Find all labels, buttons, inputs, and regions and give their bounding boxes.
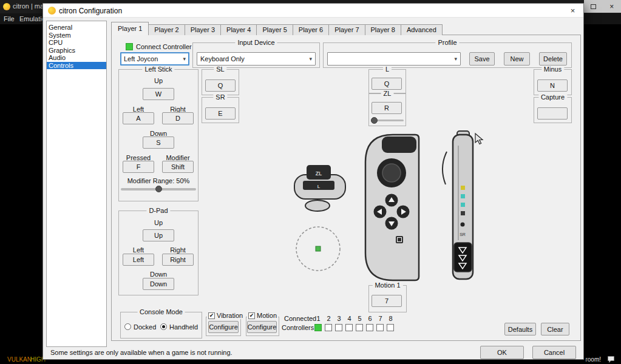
- left-stick-pressed-key[interactable]: F: [123, 161, 154, 173]
- left-stick-right-key[interactable]: D: [162, 112, 194, 124]
- chevron-down-icon: ▾: [452, 56, 457, 62]
- left-stick-left-key[interactable]: A: [123, 112, 154, 124]
- motion-checkbox-row: ✔ Motion: [247, 312, 278, 319]
- chevron-down-icon: ▾: [307, 56, 312, 62]
- sidebar-item-system[interactable]: System: [47, 32, 106, 39]
- new-button[interactable]: New: [504, 52, 530, 66]
- cancel-button[interactable]: Cancel: [532, 346, 576, 359]
- chat-icon[interactable]: [607, 356, 615, 364]
- mouse-cursor: [475, 133, 483, 144]
- zl-button-icon: ZL: [316, 170, 322, 177]
- motion1-key[interactable]: 7: [372, 295, 402, 307]
- modifier-range-label: Modifier Range: 50%: [118, 177, 199, 184]
- delete-button[interactable]: Delete: [539, 52, 567, 66]
- controller-6-checkbox[interactable]: [366, 324, 373, 331]
- clear-button[interactable]: Clear: [541, 323, 569, 335]
- tab-player-3[interactable]: Player 3: [185, 24, 221, 35]
- motion-checkbox[interactable]: ✔: [248, 312, 255, 319]
- docked-label: Docked: [134, 323, 156, 331]
- controller-4-checkbox[interactable]: [345, 324, 353, 331]
- tab-player-5[interactable]: Player 5: [256, 24, 293, 35]
- controller-type-select[interactable]: Left Joycon ▾: [120, 52, 189, 66]
- left-stick-down-key[interactable]: S: [143, 136, 174, 149]
- console-mode-title: Console Mode: [137, 308, 185, 315]
- dpad-right-key[interactable]: Right: [162, 254, 194, 266]
- controllers-label: Controllers: [282, 324, 314, 331]
- vibration-checkbox[interactable]: ✔: [208, 312, 215, 319]
- tab-advanced[interactable]: Advanced: [401, 24, 443, 35]
- controller-5-checkbox[interactable]: [356, 324, 363, 331]
- chevron-down-icon: ▾: [181, 56, 186, 62]
- modifier-range-slider[interactable]: [121, 188, 196, 190]
- handheld-radio[interactable]: [160, 323, 167, 330]
- player1-tab-panel: Connect Controller Left Joycon ▾ Input D…: [111, 35, 581, 341]
- sidebar-item-cpu[interactable]: CPU: [47, 39, 106, 47]
- save-button[interactable]: Save: [469, 52, 495, 66]
- sidebar-item-audio[interactable]: Audio: [47, 54, 106, 62]
- ok-button[interactable]: OK: [480, 346, 524, 359]
- check-icon: ✔: [209, 313, 214, 318]
- sidebar-item-general[interactable]: General: [47, 24, 106, 32]
- l-key[interactable]: Q: [372, 78, 402, 90]
- player-tabs: Player 1 Player 2 Player 3 Player 4 Play…: [111, 22, 443, 35]
- capture-key[interactable]: [537, 107, 568, 120]
- controller-number: 4: [344, 315, 355, 322]
- vibration-configure-button[interactable]: Configure: [208, 321, 239, 333]
- controller-8-checkbox[interactable]: [387, 324, 394, 331]
- controller-illustration: ZL L: [277, 129, 487, 288]
- tab-player-1[interactable]: Player 1: [111, 22, 149, 35]
- dialog-close-button[interactable]: ×: [564, 4, 582, 17]
- dpad-left-key[interactable]: Left: [123, 254, 154, 266]
- controller-3-checkbox[interactable]: [335, 324, 342, 331]
- dpad-down-label: Down: [118, 271, 199, 278]
- zl-threshold-slider-handle[interactable]: [371, 117, 378, 124]
- left-stick-up-label: Up: [118, 77, 199, 84]
- sidebar-item-controls[interactable]: Controls: [47, 62, 106, 70]
- sidebar-item-graphics[interactable]: Graphics: [47, 47, 106, 55]
- tab-player-2[interactable]: Player 2: [148, 24, 185, 35]
- controller-2-checkbox[interactable]: [325, 324, 332, 331]
- maximize-button[interactable]: [584, 0, 603, 13]
- controller-1-checkbox[interactable]: [314, 324, 322, 331]
- handheld-label: Handheld: [169, 323, 198, 331]
- tab-player-6[interactable]: Player 6: [293, 24, 329, 35]
- tab-player-4[interactable]: Player 4: [220, 24, 257, 35]
- left-stick-up-key[interactable]: W: [143, 88, 174, 100]
- modifier-range-slider-handle[interactable]: [155, 186, 162, 192]
- input-device-select[interactable]: Keyboard Only ▾: [197, 52, 316, 66]
- close-window-button[interactable]: ×: [603, 0, 621, 13]
- controller-number: 2: [324, 315, 334, 322]
- controller-numbers: 1 2 3 4 5 6 7 8: [313, 315, 396, 322]
- sl-key[interactable]: Q: [205, 79, 236, 92]
- defaults-button[interactable]: Defaults: [504, 323, 536, 335]
- docked-radio[interactable]: [124, 323, 131, 330]
- zl-key[interactable]: R: [372, 102, 402, 114]
- controller-number: 5: [355, 315, 365, 322]
- dialog-title: citron Configuration: [59, 7, 122, 15]
- dpad-down-key[interactable]: Down: [143, 278, 174, 290]
- footer-note: Some settings are only available when a …: [50, 349, 232, 356]
- controller-7-checkbox[interactable]: [376, 324, 384, 331]
- status-room: room!: [585, 356, 601, 363]
- tab-player-8[interactable]: Player 8: [365, 24, 401, 35]
- dialog-titlebar[interactable]: citron Configuration ×: [43, 4, 583, 18]
- l-title: L: [383, 66, 392, 73]
- minus-key[interactable]: N: [537, 79, 568, 92]
- connect-controller-checkbox[interactable]: [126, 43, 133, 50]
- menu-file[interactable]: File: [4, 15, 15, 22]
- zl-threshold-slider[interactable]: [371, 120, 404, 121]
- left-stick-modifier-key[interactable]: Shift: [162, 161, 194, 173]
- tab-player-7[interactable]: Player 7: [328, 24, 365, 35]
- motion-configure-button[interactable]: Configure: [247, 321, 277, 333]
- citron-logo-icon: [3, 3, 10, 10]
- sr-key[interactable]: E: [205, 107, 236, 120]
- profile-select[interactable]: ▾: [327, 52, 461, 66]
- left-joycon-side-view: SR: [443, 131, 473, 279]
- capture-title: Capture: [538, 93, 567, 101]
- profile-title: Profile: [435, 39, 459, 46]
- controller-number: 7: [375, 315, 385, 322]
- input-device-title: Input Device: [235, 39, 277, 46]
- window-controls: ×: [584, 0, 621, 13]
- left-stick-title: Left Stick: [142, 66, 174, 73]
- dpad-up-key[interactable]: Up: [143, 229, 174, 241]
